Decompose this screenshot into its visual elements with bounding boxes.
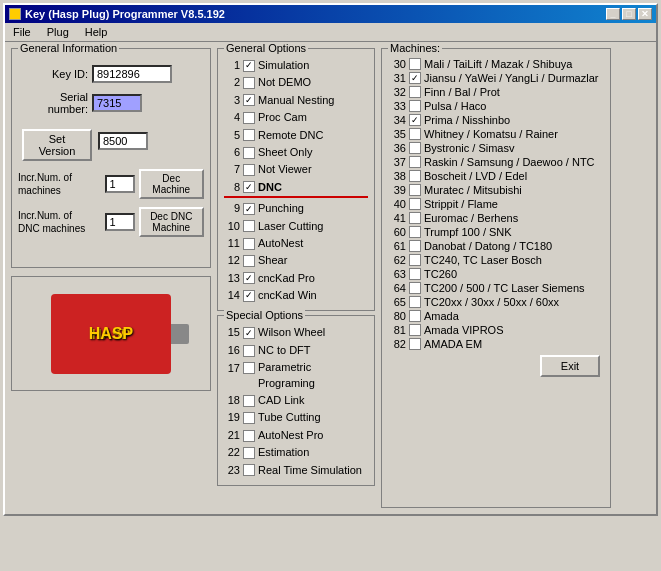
option-estimation: 22 Estimation [224, 444, 368, 461]
set-version-input[interactable] [98, 132, 148, 150]
right-panel: Machines: 30 Mali / TaiLift / Mazak / Sh… [381, 48, 611, 508]
check-tube-cutting[interactable] [243, 412, 255, 424]
incr-dnc-label: Incr.Num. ofDNC machines [18, 209, 101, 235]
check-sheet-only[interactable] [243, 147, 255, 159]
check-machine-33[interactable] [409, 100, 421, 112]
hasp-device: HASP [51, 294, 171, 374]
machines-group: Machines: 30 Mali / TaiLift / Mazak / Sh… [381, 48, 611, 508]
set-version-button[interactable]: Set Version [22, 129, 92, 161]
check-machine-82[interactable] [409, 338, 421, 350]
machine-80: 80 Amada [388, 309, 604, 323]
middle-panel: General Options 1 Simulation 2 Not DEMO [217, 48, 375, 508]
check-proc-cam[interactable] [243, 112, 255, 124]
incr-dnc-input[interactable] [105, 213, 135, 231]
check-remote-dnc[interactable] [243, 129, 255, 141]
check-machine-40[interactable] [409, 198, 421, 210]
general-options-group: General Options 1 Simulation 2 Not DEMO [217, 48, 375, 311]
check-estimation[interactable] [243, 447, 255, 459]
option-not-viewer: 7 Not Viewer [224, 161, 368, 178]
check-parametric[interactable] [243, 362, 255, 374]
check-machine-81[interactable] [409, 324, 421, 336]
check-cnckad-win[interactable] [243, 290, 255, 302]
option-real-time-sim: 23 Real Time Simulation [224, 462, 368, 479]
menu-help[interactable]: Help [81, 25, 112, 39]
check-machine-34[interactable] [409, 114, 421, 126]
exit-button[interactable]: Exit [540, 355, 600, 377]
serial-input[interactable] [92, 94, 142, 112]
incr-machines-section: Incr.Num. ofmachines DecMachine [18, 169, 204, 199]
check-shear[interactable] [243, 255, 255, 267]
check-not-viewer[interactable] [243, 164, 255, 176]
check-machine-63[interactable] [409, 268, 421, 280]
check-machine-31[interactable] [409, 72, 421, 84]
general-info-group: General Information Key ID: Serial numbe… [11, 48, 211, 268]
check-punching[interactable] [243, 203, 255, 215]
close-button[interactable]: ✕ [638, 8, 652, 20]
menubar: File Plug Help [5, 23, 656, 42]
machine-31: 31 Jiansu / YaWei / YangLi / Durmazlar [388, 71, 604, 85]
check-machine-37[interactable] [409, 156, 421, 168]
check-cad-link[interactable] [243, 395, 255, 407]
machine-38: 38 Boscheit / LVD / Edel [388, 169, 604, 183]
maximize-button[interactable]: □ [622, 8, 636, 20]
check-dnc[interactable] [243, 181, 255, 193]
machine-62: 62 TC240, TC Laser Bosch [388, 253, 604, 267]
check-simulation[interactable] [243, 60, 255, 72]
check-machine-65[interactable] [409, 296, 421, 308]
check-nc-to-dft[interactable] [243, 345, 255, 357]
key-id-input[interactable] [92, 65, 172, 83]
check-not-demo[interactable] [243, 77, 255, 89]
check-real-time-sim[interactable] [243, 464, 255, 476]
check-machine-30[interactable] [409, 58, 421, 70]
machine-34: 34 Prima / Nisshinbo [388, 113, 604, 127]
check-autonest-pro[interactable] [243, 430, 255, 442]
left-panel: General Information Key ID: Serial numbe… [11, 48, 211, 508]
check-machine-61[interactable] [409, 240, 421, 252]
check-machine-60[interactable] [409, 226, 421, 238]
option-remote-dnc: 5 Remote DNC [224, 127, 368, 144]
menu-file[interactable]: File [9, 25, 35, 39]
minimize-button[interactable]: _ [606, 8, 620, 20]
machine-81: 81 Amada VIPROS [388, 323, 604, 337]
option-autonest: 11 AutoNest [224, 235, 368, 252]
check-machine-32[interactable] [409, 86, 421, 98]
hasp-connector [171, 324, 189, 344]
check-wilson-wheel[interactable] [243, 327, 255, 339]
general-info-label: General Information [18, 42, 119, 54]
incr-machines-input[interactable] [105, 175, 135, 193]
check-machine-80[interactable] [409, 310, 421, 322]
incr-machines-label: Incr.Num. ofmachines [18, 171, 101, 197]
special-options-group: Special Options 15 Wilson Wheel 16 NC to… [217, 315, 375, 486]
check-machine-62[interactable] [409, 254, 421, 266]
check-machine-41[interactable] [409, 212, 421, 224]
window-title: Key (Hasp Plug) Programmer V8.5.192 [25, 8, 225, 20]
check-machine-36[interactable] [409, 142, 421, 154]
check-machine-35[interactable] [409, 128, 421, 140]
check-autonest[interactable] [243, 238, 255, 250]
option-sheet-only: 6 Sheet Only [224, 144, 368, 161]
content-area: General Information Key ID: Serial numbe… [5, 42, 656, 514]
option-proc-cam: 4 Proc Cam [224, 109, 368, 126]
key-id-row: Key ID: [18, 65, 204, 83]
option-tube-cutting: 19 Tube Cutting [224, 409, 368, 426]
option-punching: 9 Punching [224, 200, 368, 217]
machine-60: 60 Trumpf 100 / SNK [388, 225, 604, 239]
main-window: Key (Hasp Plug) Programmer V8.5.192 _ □ … [3, 3, 658, 516]
window-controls: _ □ ✕ [606, 8, 652, 20]
special-options-label: Special Options [224, 309, 305, 321]
check-cnckad-pro[interactable] [243, 272, 255, 284]
menu-plug[interactable]: Plug [43, 25, 73, 39]
option-wilson-wheel: 15 Wilson Wheel [224, 324, 368, 341]
check-machine-64[interactable] [409, 282, 421, 294]
check-manual-nesting[interactable] [243, 94, 255, 106]
option-parametric: 17 ParametricPrograming [224, 359, 368, 392]
check-laser-cutting[interactable] [243, 220, 255, 232]
machine-41: 41 Euromac / Berhens [388, 211, 604, 225]
option-cnckad-win: 14 cncKad Win [224, 287, 368, 304]
title-bar: Key (Hasp Plug) Programmer V8.5.192 _ □ … [5, 5, 656, 23]
check-machine-39[interactable] [409, 184, 421, 196]
dec-machine-button[interactable]: DecMachine [139, 169, 205, 199]
dec-dnc-button[interactable]: Dec DNCMachine [139, 207, 205, 237]
check-machine-38[interactable] [409, 170, 421, 182]
machine-35: 35 Whitney / Komatsu / Rainer [388, 127, 604, 141]
